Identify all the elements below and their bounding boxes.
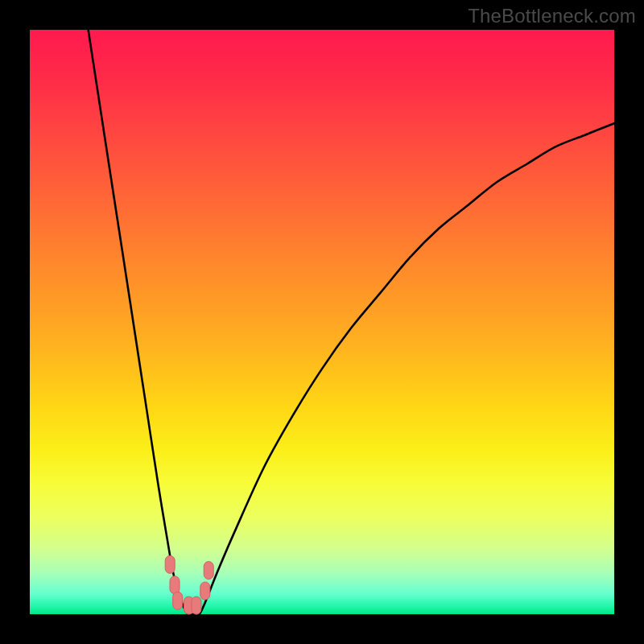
curve-marker bbox=[170, 576, 180, 594]
curve-svg bbox=[30, 30, 614, 614]
plot-area bbox=[30, 30, 614, 614]
curve-marker bbox=[173, 592, 183, 609]
curve-marker bbox=[165, 555, 175, 573]
marker-group bbox=[165, 555, 213, 614]
chart-frame: TheBottleneck.com bbox=[0, 0, 644, 644]
curve-marker bbox=[200, 582, 210, 600]
watermark-text: TheBottleneck.com bbox=[468, 5, 636, 27]
curve-marker bbox=[192, 597, 201, 614]
bottleneck-curve bbox=[89, 30, 614, 615]
curve-marker bbox=[204, 562, 213, 580]
